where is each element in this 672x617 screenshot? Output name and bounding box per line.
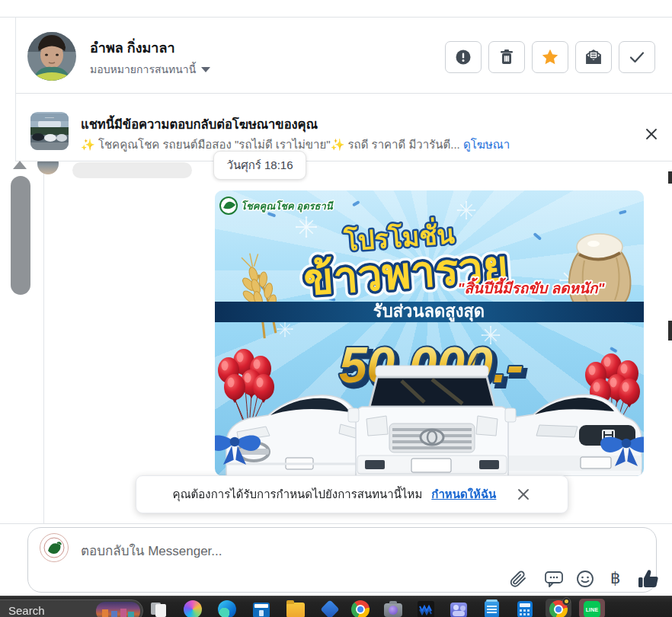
star-button[interactable] xyxy=(532,41,568,73)
notepad-icon xyxy=(485,601,499,617)
attachment-button[interactable] xyxy=(509,570,527,591)
search-label: Search xyxy=(8,604,45,617)
store-icon xyxy=(253,603,270,617)
line-label: LINE xyxy=(586,607,599,612)
right-edge-mark xyxy=(668,321,672,340)
scrollbar-up-arrow[interactable] xyxy=(13,161,27,169)
payment-button[interactable]: ฿ xyxy=(610,569,620,587)
office-icon xyxy=(320,599,339,617)
chevron-down-icon xyxy=(201,67,210,72)
timestamp-text: วันศุกร์ 18:16 xyxy=(226,156,293,174)
thumbs-up-icon xyxy=(637,568,660,590)
report-icon xyxy=(455,49,472,66)
saved-replies-icon xyxy=(544,570,564,588)
calculator-icon xyxy=(517,601,533,617)
close-icon xyxy=(643,126,660,142)
wheat-art xyxy=(229,249,289,341)
done-button[interactable] xyxy=(619,41,655,73)
chrome-icon xyxy=(549,600,568,617)
edge-icon xyxy=(218,600,236,617)
avatar[interactable] xyxy=(27,32,76,81)
promo-artwork: โชคคูณโชค อุดรธานี โปรโมชั่น ข้าวพารวย ข… xyxy=(215,190,644,476)
rice-sack-art xyxy=(569,234,631,313)
like-button[interactable] xyxy=(637,568,660,593)
camera-icon xyxy=(384,603,402,617)
chrome-icon xyxy=(351,600,370,617)
teams-icon xyxy=(450,603,467,617)
taskbar-waves[interactable] xyxy=(417,600,435,617)
emoji-button[interactable] xyxy=(576,570,594,591)
promo-banner-text: รับส่วนลดสูงสุด xyxy=(373,302,485,322)
promo-image-attachment[interactable]: โชคคูณโชค อุดรธานี โปรโมชั่น ข้าวพารวย ข… xyxy=(215,190,644,476)
ad-thumbnail[interactable]: ······ xyxy=(30,112,69,150)
taskbar-chrome[interactable] xyxy=(351,600,370,617)
ad-banner-title: แชทนี้มีข้อความตอบกลับต่อโฆษณาของคุณ xyxy=(81,114,318,134)
assign-to-me-link[interactable]: กำหนดให้ฉัน xyxy=(431,485,496,504)
ad-banner-close-button[interactable] xyxy=(643,126,660,142)
taskbar-file-explorer[interactable] xyxy=(286,600,305,617)
report-button[interactable] xyxy=(445,41,482,73)
saved-replies-button[interactable] xyxy=(544,570,564,591)
mark-unread-icon xyxy=(584,48,603,66)
attachment-icon xyxy=(509,570,527,588)
messenger-window: อำพล กิ่งมาลา มอบหมายการสนทนานี้ xyxy=(0,0,672,617)
task-view-icon xyxy=(149,600,168,617)
taskbar-copilot[interactable] xyxy=(184,600,202,617)
waves-icon xyxy=(418,601,434,617)
assign-close-button[interactable] xyxy=(516,487,531,502)
baht-icon: ฿ xyxy=(610,569,620,587)
taskbar-office[interactable] xyxy=(321,600,339,617)
assign-question: คุณต้องการได้รับการกำหนดไปยังการสนทนานี้… xyxy=(173,485,423,504)
widget-thumbnail xyxy=(96,602,140,617)
taskbar-chrome-active[interactable] xyxy=(549,600,568,617)
gear-badge-icon xyxy=(562,597,571,606)
panel-left-border xyxy=(15,17,16,161)
assign-conversation-dropdown[interactable]: มอบหมายการสนทนานี้ xyxy=(90,61,210,78)
taskbar-notepad[interactable] xyxy=(483,600,501,617)
banner-divider xyxy=(16,161,672,161)
promo-tagline: "สิ้นปีนี้มีรถขับ ลดหนัก" xyxy=(457,277,605,296)
message-avatar xyxy=(37,161,59,177)
contact-name: อำพล กิ่งมาลา xyxy=(90,37,175,59)
composer-divider xyxy=(0,523,672,524)
page-avatar xyxy=(40,533,69,562)
taskbar-store[interactable] xyxy=(252,600,270,617)
top-border xyxy=(0,17,672,18)
header-divider xyxy=(16,93,672,94)
timestamp-tooltip: วันศุกร์ 18:16 xyxy=(213,151,306,180)
line-icon: LINE xyxy=(584,601,600,617)
star-icon xyxy=(541,48,559,66)
check-icon xyxy=(628,48,646,66)
svg-text:······: ······ xyxy=(45,115,54,120)
right-edge-mark xyxy=(668,171,672,184)
taskbar-calculator[interactable] xyxy=(516,600,534,617)
view-ad-link[interactable]: ดูโฆษณา xyxy=(463,138,510,151)
assign-prompt-banner: คุณต้องการได้รับการกำหนดไปยังการสนทนานี้… xyxy=(136,475,568,513)
message-bubble xyxy=(72,162,192,178)
taskbar-task-view[interactable] xyxy=(149,600,168,617)
assign-dropdown-label: มอบหมายการสนทนานี้ xyxy=(90,61,196,78)
trash-icon xyxy=(499,49,514,66)
promo-brand: โชคคูณโชค อุดรธานี xyxy=(241,200,334,213)
taskbar-camera[interactable] xyxy=(384,600,402,617)
taskbar-teams[interactable] xyxy=(450,600,468,617)
delete-button[interactable] xyxy=(488,41,525,73)
chat-left-border xyxy=(43,161,44,524)
emoji-icon xyxy=(576,570,594,588)
copilot-icon xyxy=(184,600,202,617)
scrollbar-thumb[interactable] xyxy=(11,176,30,295)
mark-unread-button[interactable] xyxy=(575,41,612,73)
reply-input[interactable]: ตอบกลับใน Messenger... xyxy=(81,540,222,561)
taskbar-search[interactable]: Search xyxy=(0,599,143,617)
folder-icon xyxy=(286,603,305,617)
taskbar-line[interactable]: LINE xyxy=(583,600,601,617)
ad-preview-text: ✨ โชคคูณโชค รถยนต์มือสอง "รถไม่ดี เราไม่… xyxy=(81,138,463,151)
taskbar-edge[interactable] xyxy=(218,600,236,617)
